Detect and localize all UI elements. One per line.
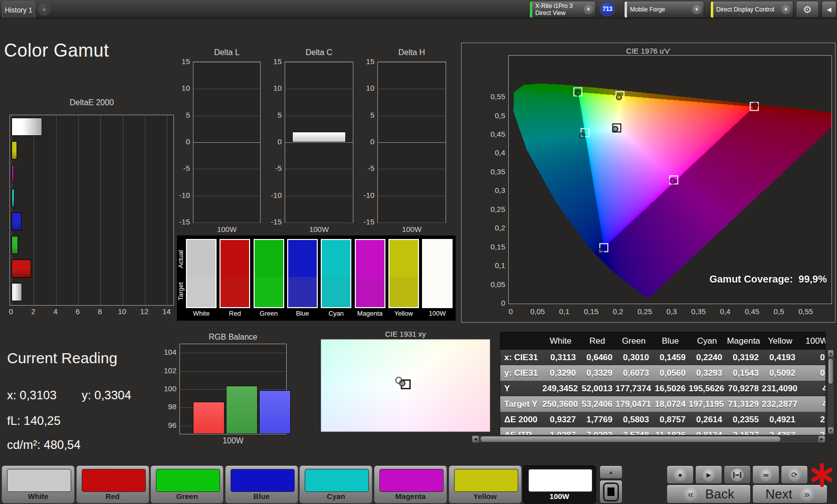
delta-gridline [193, 116, 260, 116]
pattern-button-blue[interactable]: Blue [225, 465, 298, 503]
pattern-button-yellow[interactable]: Yellow [449, 465, 522, 503]
table-vertical-scrollbar[interactable]: ▲ ▼ [827, 349, 834, 435]
workflow-dropdown[interactable]: Mobile Forge ▼ [624, 1, 704, 18]
target-swatch [255, 277, 283, 307]
delta-y-tick: 10 [172, 84, 190, 92]
meter-dropdown[interactable]: X-Rite i1Pro 3 Direct View ▼ [529, 1, 596, 18]
scroll-left-icon[interactable]: ◀ [472, 436, 479, 442]
settings-button[interactable]: ⚙ [796, 1, 819, 18]
pattern-button-red[interactable]: Red [76, 465, 149, 503]
tab-history-1[interactable]: History 1 [2, 1, 35, 18]
pattern-button-green[interactable]: Green [150, 465, 224, 503]
delta-y-tick: -10 [172, 191, 190, 199]
table-row-label: ΔE 2000 [500, 412, 542, 427]
cie1931-chart [321, 339, 490, 432]
swatch-column-100w: 100W [422, 239, 453, 317]
step-icon [733, 472, 741, 478]
target-swatch [221, 277, 249, 307]
pattern-button-100w[interactable]: 100W [523, 465, 596, 503]
actual-swatch [423, 240, 452, 277]
pattern-button-magenta[interactable]: Magenta [374, 465, 447, 503]
delta-y-tick: 5 [264, 111, 282, 119]
pattern-swatch [528, 469, 592, 492]
continuous-measure-button[interactable]: ∞ [752, 465, 779, 484]
pattern-label: Cyan [300, 492, 372, 500]
delta-gridline [285, 169, 353, 169]
uv-x-tick: 0 [500, 307, 522, 316]
table-cell: 249,3452 [542, 381, 579, 396]
table-cell: 0,1543 [725, 365, 762, 381]
table-cell: 0,6460 [579, 350, 615, 365]
swatch-stack [220, 239, 250, 308]
reading-y: y: 0,3304 [82, 388, 131, 402]
gear-icon: ⚙ [803, 4, 812, 16]
pattern-label: Green [151, 492, 223, 500]
delta-gridline [285, 196, 353, 196]
deltae-bar-100w [12, 118, 42, 136]
scrollbar-thumb[interactable] [828, 358, 833, 384]
uv-y-tick: 0,15 [480, 242, 505, 251]
delta-bar [292, 132, 346, 142]
swatch-stack [186, 239, 217, 308]
delta-y-tick: 15 [172, 57, 190, 66]
actual-swatch [389, 240, 418, 277]
scroll-right-icon[interactable]: ▶ [818, 436, 825, 442]
swatch-column-green: Green [254, 239, 284, 317]
cie1976-chart [508, 55, 832, 304]
delta-gridline [193, 142, 260, 143]
delta-gridline [285, 89, 353, 89]
delta-gridline [193, 169, 260, 169]
swatch-column-white: White [186, 239, 217, 317]
refresh-button[interactable]: ⟳ [781, 465, 808, 484]
scrollbar-thumb[interactable] [480, 436, 781, 442]
uv-y-tick: 0,45 [480, 130, 505, 138]
swatch-label: Cyan [321, 310, 351, 317]
pattern-window-size-button[interactable] [599, 480, 622, 503]
delta-y-tick: -15 [172, 217, 190, 226]
actual-swatch [255, 240, 283, 277]
table-cell: 0,3329 [579, 365, 615, 381]
pattern-label: Blue [226, 492, 298, 500]
swatch-column-blue: Blue [287, 239, 318, 317]
table-header-cell: Cyan [689, 332, 725, 350]
table-horizontal-scrollbar[interactable]: ◀ ▶ [471, 435, 826, 443]
table-row-label: y: CIE31 [500, 365, 542, 381]
back-button[interactable]: « Back [667, 484, 751, 503]
swatch-label: Magenta [355, 310, 385, 317]
pattern-label: Red [77, 492, 149, 500]
measurement-table[interactable]: WhiteRedGreenBlueCyanMagentaYellow100Wx:… [500, 332, 826, 436]
workflow-dropdown-label: Mobile Forge [627, 6, 692, 13]
add-tab-button[interactable]: + [38, 4, 50, 16]
pattern-label: Yellow [449, 492, 521, 500]
table-cell: 177,7374 [615, 381, 652, 396]
chevron-down-icon: ▼ [692, 5, 702, 15]
play-button[interactable]: ▶ [695, 465, 722, 484]
delta-gridline [378, 142, 446, 143]
luminance-badge[interactable]: 713 [600, 2, 615, 17]
deltae-gridline [123, 115, 123, 305]
scroll-down-icon[interactable]: ▼ [828, 427, 833, 434]
pattern-window-up-button[interactable]: ▲ [599, 465, 622, 479]
uv-x-tick: 0,15 [580, 307, 602, 316]
single-measure-button[interactable] [724, 465, 751, 484]
swatch-label: White [186, 310, 217, 317]
uv-x-tick: 0,45 [741, 307, 763, 316]
uv-y-tick: 0,05 [480, 280, 505, 289]
scroll-up-icon[interactable]: ▲ [828, 350, 833, 357]
table-header-row: WhiteRedGreenBlueCyanMagentaYellow100W [500, 332, 826, 350]
table-cell: 48 [798, 381, 826, 396]
display-control-dropdown[interactable]: Direct Display Control ▼ [710, 1, 793, 18]
stop-button[interactable]: ■ [667, 465, 694, 484]
deltae-x-tick: 8 [94, 307, 106, 316]
pattern-button-cyan[interactable]: Cyan [299, 465, 372, 503]
table-row: x: CIE310,31130,64600,30100,14590,22400,… [500, 350, 826, 365]
delta-y-tick: 10 [356, 84, 374, 92]
uv-x-tick: 0,25 [634, 307, 656, 316]
delta-gridline [378, 222, 446, 223]
delta-l-chart [193, 62, 261, 223]
gamut-coverage: Gamut Coverage: 99,9% [616, 274, 827, 285]
pattern-button-white[interactable]: White [2, 465, 75, 503]
collapse-panel-button[interactable]: ◀ [821, 1, 836, 18]
rgb-bar-blue [259, 390, 291, 434]
delta-c-x-label: 100W [285, 225, 353, 233]
